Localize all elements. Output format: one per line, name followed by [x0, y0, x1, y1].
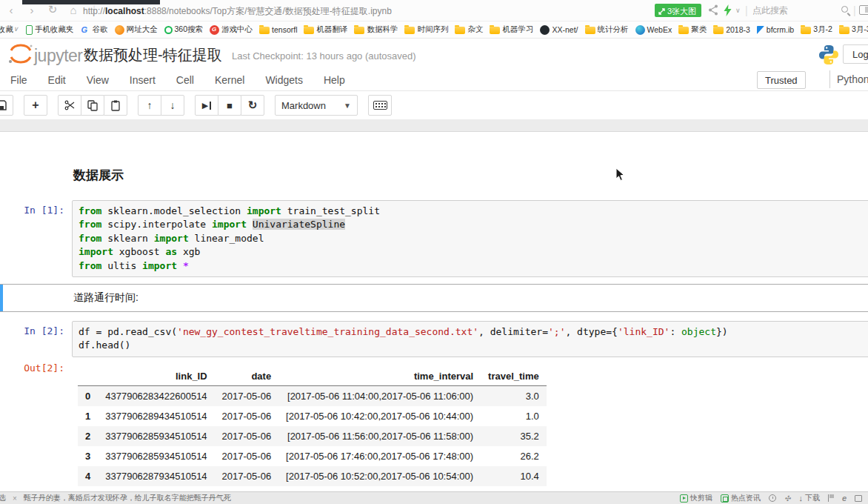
bookmark-item[interactable]: 谷歌 [81, 24, 108, 35]
bookmark-item[interactable]: 数据科学 [354, 24, 398, 35]
notebook-margin [0, 119, 868, 132]
history-item[interactable] [769, 494, 776, 502]
bookmark-item[interactable]: 收藏 [0, 24, 19, 35]
menu-cell[interactable]: Cell [166, 71, 204, 89]
browser-toolbar: ‹ › ↻ ⌂ | http://localhost:8888/notebook… [0, 0, 868, 21]
table-cell: 2017-05-06 [215, 426, 279, 446]
bookmark-item[interactable]: tensorfl [259, 25, 297, 34]
table-cell: 4377906283422600514 [98, 386, 214, 407]
bookmark-item[interactable]: 网址大全 [115, 24, 158, 35]
bookmark-label: 游戏中心 [221, 24, 253, 35]
share-icon[interactable] [708, 4, 718, 16]
bookmark-item[interactable]: XX-net/ [540, 25, 578, 35]
folder-icon [585, 27, 595, 34]
menu-widgets[interactable]: Widgets [255, 71, 313, 89]
bookmark-item[interactable]: 3月-2 [801, 24, 832, 35]
bookmark-item[interactable]: 聚类 [678, 24, 707, 35]
screen: ‹ › ↻ ⌂ | http://localhost:8888/notebook… [0, 0, 868, 504]
menu-edit[interactable]: Edit [38, 71, 76, 89]
scissors-icon [64, 100, 75, 110]
code-cell-2[interactable]: In [2]: df = pd.read_csv('new_gy_contest… [0, 321, 868, 357]
code-input-area[interactable]: from sklearn.model_selection import trai… [72, 200, 868, 277]
menu-file[interactable]: File [0, 71, 38, 89]
bookmark-label: 360搜索 [175, 24, 204, 35]
notebook-title[interactable]: 数据预处理-特征提取 [84, 45, 222, 65]
bookmark-item[interactable]: bfcrm.ib [757, 25, 794, 34]
bookmark-item[interactable]: 360搜索 [164, 24, 204, 35]
quick-edit-item[interactable]: 快剪辑 [680, 493, 712, 503]
home-icon[interactable]: ⌂ [67, 4, 80, 16]
url-protocol: http:// [83, 6, 105, 16]
bookmark-item[interactable]: 2018-3 [713, 25, 750, 34]
bookmark-item[interactable]: 统计分析 [585, 24, 629, 35]
column-header: travel_time [481, 367, 547, 386]
paste-icon [110, 100, 121, 111]
news-icon [721, 494, 729, 503]
markdown-cell-selected[interactable]: 道路通行时间: [0, 284, 868, 312]
chevron-down-icon[interactable]: ∨ [735, 7, 741, 14]
output-area: Out[2]: link_IDdatetime_intervaltravel_t… [0, 358, 868, 486]
row-index: 4 [78, 466, 98, 486]
bookmark-item[interactable]: 机器翻译 [304, 24, 347, 35]
bookmark-item[interactable]: 手机收藏夹 [26, 24, 74, 35]
move-cell-down-button[interactable]: ↓ [161, 95, 184, 116]
table-cell: 35.2 [481, 426, 547, 446]
trusted-button[interactable]: Trusted [757, 71, 806, 89]
kernel-name: Python 3 [837, 73, 868, 85]
news-ticker[interactable]: 甄子丹的妻，离婚后才发现怀孕，给儿子取名字能把甄子丹气死 [24, 493, 231, 503]
hot-news-item[interactable]: 热点资讯 [721, 493, 761, 503]
bookmark-item[interactable]: 时间序列 [404, 24, 448, 35]
forward-icon[interactable]: › [25, 4, 39, 16]
add-cell-button[interactable]: + [24, 95, 47, 116]
address-bar[interactable]: http://localhost:8888/notebooks/Top方案/智慧… [83, 5, 392, 18]
webex-icon [635, 25, 645, 35]
back-icon[interactable]: ‹ [4, 4, 18, 16]
window-item[interactable] [855, 495, 862, 502]
menu-kernel[interactable]: Kernel [204, 71, 255, 89]
sidebar-panel-icon[interactable] [859, 5, 868, 15]
interrupt-kernel-button[interactable]: ■ [218, 95, 241, 116]
search-icon[interactable] [841, 6, 848, 13]
menu-insert[interactable]: Insert [119, 71, 166, 89]
command-palette-button[interactable] [368, 95, 392, 116]
refresh-icon[interactable]: ↻ [46, 3, 59, 16]
table-cell: [2017-05-06 11:56:00,2017-05-06 11:58:00… [278, 426, 481, 446]
run-cell-button[interactable]: ▶ [195, 95, 218, 116]
restart-icon: ↻ [248, 99, 258, 112]
code-input-area[interactable]: df = pd.read_csv('new_gy_contest_travelt… [72, 321, 868, 357]
bookmark-item[interactable]: 杂文 [455, 24, 483, 35]
python-logo-icon [818, 44, 840, 66]
bookmark-item[interactable]: 游戏中心 [210, 24, 253, 35]
bfcrm-icon [757, 26, 764, 34]
big-image-badge[interactable]: 3张大图 [655, 4, 701, 17]
search-input[interactable] [752, 3, 840, 18]
game-icon [210, 25, 219, 35]
table-cell: 3377906287934510514 [98, 466, 214, 486]
github-icon [540, 25, 550, 35]
menu-help[interactable]: Help [313, 71, 355, 89]
code-cell-1[interactable]: In [1]: from sklearn.model_selection imp… [0, 200, 868, 277]
bookmark-item[interactable]: WebEx [635, 25, 672, 35]
menu-view[interactable]: View [76, 71, 119, 89]
copy-cell-button[interactable] [81, 95, 104, 116]
jupyter-planet-icon [7, 43, 34, 65]
table-cell: 2017-05-06 [215, 466, 279, 486]
plugins-item[interactable] [784, 494, 790, 503]
save-button[interactable] [0, 95, 13, 116]
jupyter-logo[interactable]: jupyter [7, 43, 83, 65]
bookmark-label: 机器学习 [502, 24, 533, 35]
bookmark-item[interactable]: 3月-3 [839, 24, 868, 35]
download-item[interactable]: 下载 [798, 493, 820, 503]
flag-item[interactable] [828, 494, 834, 502]
restart-kernel-button[interactable]: ↻ [241, 95, 264, 116]
close-icon[interactable]: × [13, 494, 17, 503]
ie-mode-item[interactable] [842, 494, 847, 503]
move-cell-up-button[interactable]: ↑ [138, 95, 161, 116]
bookmark-item[interactable]: 机器学习 [490, 24, 533, 35]
cut-cell-button[interactable] [58, 95, 81, 116]
markdown-heading[interactable]: 数据展示 [73, 167, 124, 184]
lightning-icon[interactable] [724, 4, 732, 16]
logout-button[interactable]: Logout [843, 44, 868, 64]
paste-cell-button[interactable] [104, 95, 127, 116]
cell-type-select[interactable]: Markdown ▼ [275, 95, 358, 116]
